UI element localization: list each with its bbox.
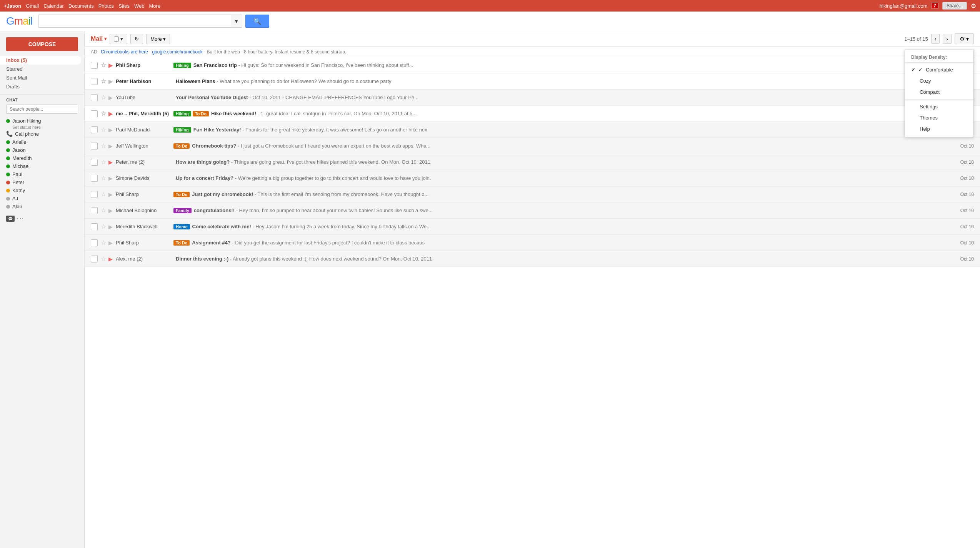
email-row[interactable]: ☆▶Michael BologninoFamilycongratulations… bbox=[85, 203, 980, 219]
select-all-checkbox[interactable] bbox=[114, 37, 119, 42]
email-checkbox[interactable] bbox=[91, 62, 98, 69]
dropdown-themes[interactable]: Themes bbox=[905, 112, 973, 123]
email-tag[interactable]: To Do bbox=[173, 143, 190, 149]
ad-link1[interactable]: Chromebooks are here bbox=[101, 49, 148, 55]
star-icon[interactable]: ☆ bbox=[101, 207, 106, 214]
contact-alali[interactable]: Alali bbox=[6, 203, 78, 211]
dropdown-help[interactable]: Help bbox=[905, 123, 973, 135]
email-checkbox[interactable] bbox=[91, 126, 98, 133]
email-row[interactable]: ☆▶Phil SharpHikingSan Francisco trip - H… bbox=[85, 57, 980, 73]
contact-jason-hiking[interactable]: Jason Hiking bbox=[6, 117, 78, 125]
email-checkbox[interactable] bbox=[91, 175, 98, 182]
sidebar-item-starred[interactable]: Starred bbox=[0, 65, 81, 73]
email-row[interactable]: ☆▶me .. Phil, Meredith (5)HikingTo DoHik… bbox=[85, 106, 980, 122]
email-tag[interactable]: Hiking bbox=[173, 111, 191, 116]
density-compact[interactable]: Compact bbox=[905, 86, 973, 98]
star-icon[interactable]: ☆ bbox=[101, 94, 106, 101]
email-checkbox[interactable] bbox=[91, 159, 98, 166]
nav-documents[interactable]: Documents bbox=[68, 3, 94, 9]
email-row[interactable]: ☆▶Alex, me (2)Dinner this evening :-) - … bbox=[85, 251, 980, 267]
star-icon[interactable]: ☆ bbox=[101, 142, 106, 149]
email-tag[interactable]: Family bbox=[173, 208, 192, 213]
email-tag[interactable]: To Do bbox=[173, 192, 190, 197]
email-checkbox[interactable] bbox=[91, 223, 98, 230]
notification-badge[interactable]: 7 bbox=[931, 3, 938, 9]
email-row[interactable]: ☆▶Phil SharpTo DoJust got my chromebook!… bbox=[85, 186, 980, 203]
next-page-button[interactable]: › bbox=[943, 34, 952, 44]
density-cozy[interactable]: Cozy bbox=[905, 75, 973, 86]
star-icon[interactable]: ☆ bbox=[101, 158, 106, 166]
star-icon[interactable]: ☆ bbox=[101, 191, 106, 198]
contact-arielle[interactable]: Arielle bbox=[6, 138, 78, 146]
nav-sites[interactable]: Sites bbox=[118, 3, 130, 9]
email-checkbox[interactable] bbox=[91, 239, 98, 246]
star-icon[interactable]: ☆ bbox=[101, 78, 106, 85]
email-checkbox[interactable] bbox=[91, 78, 98, 85]
chat-bubble-icon[interactable]: 💬 bbox=[6, 216, 15, 222]
nav-more[interactable]: More bbox=[149, 3, 161, 9]
email-tag[interactable]: To Do bbox=[193, 111, 209, 116]
star-icon[interactable]: ☆ bbox=[101, 126, 106, 133]
call-phone[interactable]: 📞 Call phone bbox=[6, 130, 78, 138]
email-checkbox[interactable] bbox=[91, 110, 98, 117]
email-checkbox[interactable] bbox=[91, 191, 98, 198]
sidebar-item-drafts[interactable]: Drafts bbox=[0, 82, 81, 91]
email-checkbox[interactable] bbox=[91, 256, 98, 262]
contact-aj[interactable]: AJ bbox=[6, 194, 78, 203]
nav-calendar[interactable]: Calendar bbox=[43, 3, 64, 9]
dropdown-settings[interactable]: Settings bbox=[905, 101, 973, 112]
email-tag[interactable]: Hiking bbox=[173, 127, 191, 133]
email-row[interactable]: ☆▶Paul McDonaldHikingFun Hike Yesterday!… bbox=[85, 122, 980, 138]
select-dropdown-arrow[interactable]: ▾ bbox=[120, 36, 123, 42]
share-button[interactable]: Share... bbox=[942, 2, 967, 10]
email-tags: Home bbox=[173, 224, 190, 229]
more-dots-icon[interactable]: ··· bbox=[17, 215, 24, 222]
nav-gmail[interactable]: Gmail bbox=[26, 3, 39, 9]
prev-page-button[interactable]: ‹ bbox=[931, 34, 940, 44]
email-checkbox[interactable] bbox=[91, 94, 98, 101]
more-button[interactable]: More ▾ bbox=[146, 34, 170, 44]
search-button[interactable]: 🔍 bbox=[245, 15, 269, 28]
contact-peter[interactable]: Peter bbox=[6, 178, 78, 186]
email-row[interactable]: ☆▶Jeff WellingtonTo DoChromebook tips? -… bbox=[85, 138, 980, 154]
top-gear-icon[interactable]: ⚙ bbox=[971, 2, 976, 10]
email-row[interactable]: ☆▶Peter, me (2)How are things going? - T… bbox=[85, 154, 980, 170]
mail-dropdown-arrow[interactable]: ▾ bbox=[104, 36, 107, 42]
user-name[interactable]: +Jason bbox=[4, 3, 21, 9]
settings-dropdown-button[interactable]: ⚙ ▾ bbox=[955, 33, 974, 44]
email-checkbox[interactable] bbox=[91, 207, 98, 214]
density-comfortable[interactable]: ✓ Comfortable bbox=[905, 64, 973, 75]
nav-photos[interactable]: Photos bbox=[98, 3, 114, 9]
star-icon[interactable]: ☆ bbox=[101, 110, 106, 117]
sidebar-item-sent[interactable]: Sent Mail bbox=[0, 73, 81, 82]
email-tag[interactable]: Hiking bbox=[173, 63, 191, 68]
refresh-button[interactable]: ↻ bbox=[130, 34, 143, 44]
star-icon[interactable]: ☆ bbox=[101, 61, 106, 69]
email-tag[interactable]: Home bbox=[173, 224, 190, 229]
contact-jason[interactable]: Jason bbox=[6, 146, 78, 154]
chat-search-input[interactable] bbox=[6, 105, 78, 114]
email-row[interactable]: ☆▶Phil SharpTo DoAssignment #4? - Did yo… bbox=[85, 235, 980, 251]
contact-michael[interactable]: Michael bbox=[6, 162, 78, 170]
star-icon[interactable]: ☆ bbox=[101, 239, 106, 246]
star-icon[interactable]: ☆ bbox=[101, 255, 106, 262]
compose-button[interactable]: COMPOSE bbox=[6, 37, 78, 51]
email-tag[interactable]: To Do bbox=[173, 240, 190, 246]
sidebar-item-inbox[interactable]: Inbox (5) bbox=[0, 56, 81, 65]
email-row[interactable]: ☆▶YouTubeYour Personal YouTube Digest - … bbox=[85, 90, 980, 106]
select-checkbox-btn[interactable]: ▾ bbox=[110, 34, 127, 44]
nav-web[interactable]: Web bbox=[134, 3, 145, 9]
email-row[interactable]: ☆▶Peter HarbisonHalloween Plans - What a… bbox=[85, 73, 980, 90]
email-checkbox[interactable] bbox=[91, 143, 98, 149]
search-input[interactable] bbox=[38, 15, 231, 28]
email-row[interactable]: ☆▶Simone DavidsUp for a concert Friday? … bbox=[85, 170, 980, 186]
search-dropdown-arrow[interactable]: ▼ bbox=[231, 15, 242, 28]
contact-kathy[interactable]: Kathy bbox=[6, 186, 78, 194]
star-icon[interactable]: ☆ bbox=[101, 174, 106, 182]
contact-name: AJ bbox=[12, 196, 18, 201]
contact-meredith[interactable]: Meredith bbox=[6, 154, 78, 162]
star-icon[interactable]: ☆ bbox=[101, 223, 106, 230]
contact-paul[interactable]: Paul bbox=[6, 170, 78, 178]
email-row[interactable]: ☆▶Meredith BlackwellHomeCome celebrate w… bbox=[85, 219, 980, 235]
ad-link2[interactable]: google.com/chromebook bbox=[152, 49, 202, 55]
